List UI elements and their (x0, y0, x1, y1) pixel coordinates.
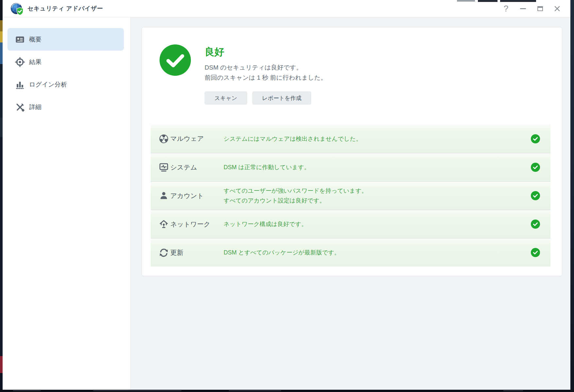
check-description: DSM とすべてのパッケージが最新版です。 (224, 248, 531, 257)
overview-card-icon (15, 34, 25, 45)
security-advisor-app-icon (10, 2, 24, 16)
check-ok-badge (531, 134, 540, 143)
check-ok-badge (531, 248, 540, 257)
overview-card: 良好 DSM のセキュリティは良好です。 前回のスキャンは 1 秒 前に行われま… (142, 27, 562, 276)
security-advisor-window: セキュリティ アドバイザー ? (3, 0, 570, 390)
check-label: 更新 (170, 248, 224, 257)
account-icon (159, 190, 169, 201)
help-icon: ? (504, 4, 508, 13)
check-row-update: 更新 DSM とすべてのパッケージが最新版です。 (151, 238, 550, 267)
desktop-edge-bottom (0, 390, 574, 392)
maximize-button[interactable] (535, 4, 545, 13)
desktop-edge-top (478, 0, 498, 2)
update-icon (159, 247, 169, 258)
sidebar-item-overview[interactable]: 概要 (8, 28, 124, 51)
status-line: DSM のセキュリティは良好です。 (205, 62, 327, 73)
malware-icon (159, 134, 169, 144)
check-description: システムにはマルウェアは検出されませんでした。 (224, 134, 531, 144)
titlebar: セキュリティ アドバイザー ? (3, 0, 570, 17)
sidebar-item-login-analysis[interactable]: ログイン分析 (8, 73, 124, 96)
sidebar: 概要 結果 ログイン分析 (3, 17, 131, 390)
check-ok-badge (531, 220, 540, 229)
window-title: セキュリティ アドバイザー (27, 5, 103, 12)
main-content: 良好 DSM のセキュリティは良好です。 前回のスキャンは 1 秒 前に行われま… (131, 17, 570, 390)
sidebar-item-label: 概要 (29, 35, 42, 44)
sidebar-item-label: 結果 (29, 58, 42, 66)
check-ok-badge (531, 163, 540, 172)
check-label: システム (170, 163, 224, 172)
security-status-summary: 良好 DSM のセキュリティは良好です。 前回のスキャンは 1 秒 前に行われま… (142, 27, 562, 124)
close-icon (554, 6, 560, 12)
sidebar-item-advanced[interactable]: 詳細 (8, 96, 124, 118)
check-label: マルウェア (170, 134, 224, 143)
check-ok-badge (531, 191, 540, 200)
check-label: アカウント (170, 191, 224, 200)
window-controls: ? (501, 0, 562, 17)
scan-button[interactable]: スキャン (205, 91, 247, 105)
check-list: マルウェア システムにはマルウェアは検出されませんでした。 (151, 124, 550, 267)
create-report-button[interactable]: レポートを作成 (252, 91, 312, 105)
minimize-icon (520, 8, 526, 9)
login-analysis-chart-icon (15, 79, 25, 90)
check-description: ネットワーク構成は良好です。 (224, 219, 531, 229)
close-button[interactable] (552, 4, 562, 13)
status-title: 良好 (205, 46, 327, 58)
check-row-malware: マルウェア システムにはマルウェアは検出されませんでした。 (151, 124, 550, 153)
sidebar-item-results[interactable]: 結果 (8, 51, 124, 73)
check-row-system: システム DSM は正常に作動しています。 (151, 153, 550, 181)
status-ok-icon (160, 44, 191, 76)
help-button[interactable]: ? (501, 4, 511, 13)
desktop-edge-top (500, 0, 536, 2)
check-description: DSM は正常に作動しています。 (224, 162, 531, 172)
maximize-icon (537, 6, 543, 11)
desktop-edge-left (0, 0, 3, 392)
advanced-tools-icon (15, 102, 25, 112)
results-target-icon (15, 57, 25, 67)
sidebar-item-label: ログイン分析 (29, 80, 67, 89)
status-line: 前回のスキャンは 1 秒 前に行われました。 (205, 73, 327, 83)
check-row-network: ネットワーク ネットワーク構成は良好です。 (151, 210, 550, 238)
desktop-edge-right (570, 0, 574, 392)
check-label: ネットワーク (170, 220, 224, 229)
desktop-edge-top (457, 0, 475, 2)
network-icon (159, 219, 169, 229)
check-description: すべてのユーザーが強いパスワードを持っています。すべてのアカウント設定は良好です… (224, 186, 531, 205)
check-row-account: アカウント すべてのユーザーが強いパスワードを持っています。すべてのアカウント設… (151, 181, 550, 210)
system-icon (159, 162, 169, 172)
minimize-button[interactable] (518, 4, 528, 13)
sidebar-item-label: 詳細 (29, 103, 42, 111)
